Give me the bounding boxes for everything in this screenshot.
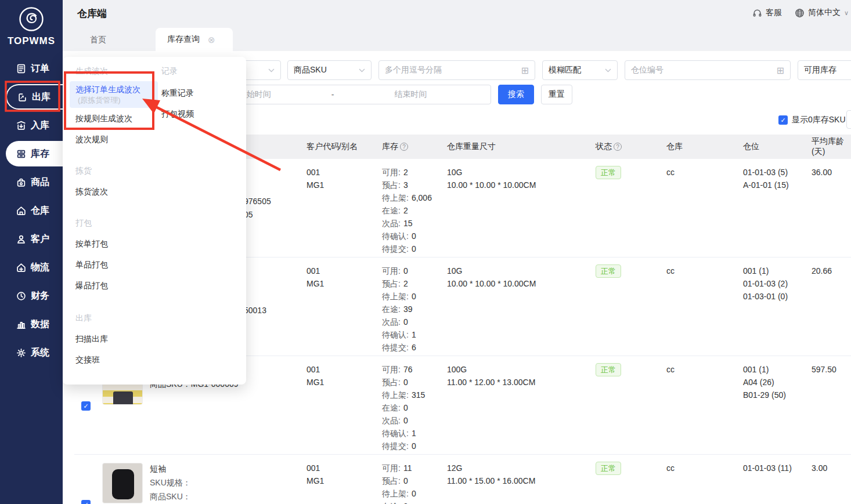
status-badge: 正常: [596, 363, 621, 376]
header-customer: 客户代码/别名: [302, 142, 377, 152]
warehouse-cell: cc: [662, 258, 738, 356]
sku-text-fragment: 976505: [244, 195, 271, 208]
menu-item-scan-outbound[interactable]: 扫描出库: [75, 333, 158, 345]
sku-type-select[interactable]: 商品SKU: [287, 60, 372, 80]
bin-cell: 01-01-03 (5)A-01-01 (15): [738, 159, 807, 257]
search-button[interactable]: 搜索: [498, 85, 534, 104]
sidebar-item-label: 出库: [32, 91, 51, 103]
page-title: 仓库端: [77, 7, 107, 20]
status-cell: 正常: [591, 455, 662, 504]
topbar: 仓库端 客服 简体中文 ∨: [63, 0, 851, 28]
menu-group-title: 生成波次: [75, 65, 158, 77]
expand-input-icon[interactable]: ⊞: [521, 65, 529, 76]
support-link[interactable]: 客服: [752, 8, 782, 18]
sidebar-item-label: 数据: [31, 318, 49, 331]
header-age: 平均库龄(天): [807, 136, 851, 157]
header-stock: 库存?: [377, 142, 442, 152]
sidebar-item-outbound[interactable]: 出库: [6, 84, 63, 110]
bin-cell: 001 (1)01-01-03 (2)01-03-01 (0): [738, 258, 807, 356]
match-mode-select[interactable]: 模糊匹配: [542, 60, 618, 80]
status-badge: 正常: [596, 264, 621, 278]
age-cell: 597.50: [807, 356, 851, 454]
menu-item-pack-hot[interactable]: 爆品打包: [75, 280, 158, 291]
sidebar-item-finance[interactable]: 财务: [6, 283, 63, 309]
chevron-down-icon: [605, 68, 611, 72]
sidebar-item-label: 入库: [31, 119, 49, 132]
warehouse-cell: cc: [662, 159, 738, 257]
customer-cell: 001MG1: [302, 356, 377, 454]
weight-cell: 12G11.00 * 15.00 * 16.00CM: [442, 455, 591, 504]
row-checkbox[interactable]: ✓: [81, 500, 91, 504]
row-checkbox[interactable]: ✓: [81, 401, 91, 411]
finance-icon: [15, 290, 27, 302]
menu-item-pack-single[interactable]: 单品打包: [75, 259, 158, 270]
logo-text: TOPWMS: [0, 35, 63, 47]
sidebar-item-products[interactable]: 商品: [6, 169, 63, 195]
tab-home[interactable]: 首页: [90, 28, 106, 51]
weight-cell: 100G11.00 * 12.00 * 13.00CM: [442, 356, 591, 454]
sidebar-item-label: 库存: [31, 148, 49, 160]
customer-cell: 001MG1: [302, 455, 377, 504]
tab-inventory-query[interactable]: 库存查询 ⊗: [156, 28, 233, 51]
sidebar-item-customers[interactable]: 客户: [6, 226, 63, 252]
header-warehouse: 仓库: [662, 142, 738, 152]
outbound-icon: [16, 91, 28, 103]
menu-item-shift-handover[interactable]: 交接班: [75, 354, 158, 365]
menu-item-pack-by-order[interactable]: 按单打包: [75, 238, 158, 249]
sidebar-item-data[interactable]: 数据: [6, 311, 63, 337]
menu-item-select-order-wave[interactable]: 选择订单生成波次 (原拣货管理): [70, 81, 158, 108]
chevron-down-icon: [268, 68, 275, 72]
expand-input-icon[interactable]: ⊞: [777, 65, 784, 76]
sku-input[interactable]: 多个用逗号分隔: [385, 65, 518, 75]
stock-type-select[interactable]: 可用库存: [798, 60, 851, 80]
help-icon[interactable]: ?: [614, 143, 622, 151]
menu-item-pack-video[interactable]: 打包视频: [161, 108, 194, 119]
menu-item-rule-wave[interactable]: 按规则生成波次: [75, 113, 158, 124]
language-switcher[interactable]: 简体中文 ∨: [795, 8, 849, 18]
menu-group-title: 打包: [75, 217, 158, 229]
clipped-control[interactable]: [846, 110, 851, 129]
sidebar-item-orders[interactable]: 订单: [6, 56, 63, 81]
product-thumbnail[interactable]: [102, 463, 143, 503]
sidebar-item-logistics[interactable]: 物流: [6, 255, 63, 280]
inbound-icon: [15, 119, 27, 131]
submenu-right-column: 记录 称重记录 打包视频: [161, 65, 194, 119]
warehouse-icon: [15, 205, 27, 216]
sidebar: TOPWMS 订单 出库 入库 库存 商品 仓库 客户: [0, 0, 63, 504]
table-row: ✓ 短袖 SKU规格： 商品SKU： MG1-SKU20250422160410…: [74, 455, 851, 504]
reset-button[interactable]: 重置: [541, 85, 572, 104]
status-badge: 正常: [596, 166, 621, 179]
sidebar-item-label: 物流: [31, 262, 49, 274]
show-zero-label: 显示0库存SKU: [792, 115, 846, 125]
age-cell: 3.00: [807, 455, 851, 504]
tab-close-icon[interactable]: ⊗: [208, 35, 215, 44]
help-icon[interactable]: ?: [400, 143, 408, 151]
product-title: 短袖: [150, 462, 264, 476]
header-weight: 仓库重量尺寸: [442, 142, 591, 152]
product-cell: 短袖 SKU规格： 商品SKU： MG1-SKU2025042216041000…: [93, 455, 302, 504]
header-bin: 仓位: [738, 142, 807, 152]
bin-cell: 01-01-03 (11): [738, 455, 807, 504]
sku-input-wrap: 多个用逗号分隔 ⊞: [378, 60, 535, 80]
menu-item-pick-wave[interactable]: 拣货波次: [75, 186, 158, 197]
menu-group-title: 出库: [75, 312, 158, 324]
menu-item-wave-rules[interactable]: 波次规则: [75, 133, 158, 145]
sidebar-item-label: 仓库: [31, 205, 49, 217]
wms-app: { "topbar": { "title": "仓库端", "support":…: [0, 0, 851, 504]
warehouse-cell: cc: [662, 356, 738, 454]
show-zero-checkbox[interactable]: ✓: [778, 115, 788, 125]
customer-icon: [15, 233, 27, 245]
elephant-logo-icon: [18, 6, 45, 32]
show-zero-stock: ✓ 显示0库存SKU: [778, 115, 846, 125]
sidebar-item-warehouse[interactable]: 仓库: [6, 198, 63, 223]
sidebar-item-inbound[interactable]: 入库: [6, 113, 63, 138]
sidebar-item-inventory[interactable]: 库存: [6, 141, 63, 166]
sidebar-item-label: 商品: [31, 176, 49, 188]
sidebar-item-label: 系统: [31, 347, 49, 359]
tab-label: 库存查询: [167, 34, 200, 45]
sidebar-item-system[interactable]: 系统: [6, 340, 63, 365]
menu-item-weigh-records[interactable]: 称重记录: [161, 87, 194, 99]
bar-chart-icon: [15, 318, 27, 330]
bin-code-input[interactable]: 仓位编号: [631, 65, 773, 75]
language-label: 简体中文: [808, 8, 841, 18]
